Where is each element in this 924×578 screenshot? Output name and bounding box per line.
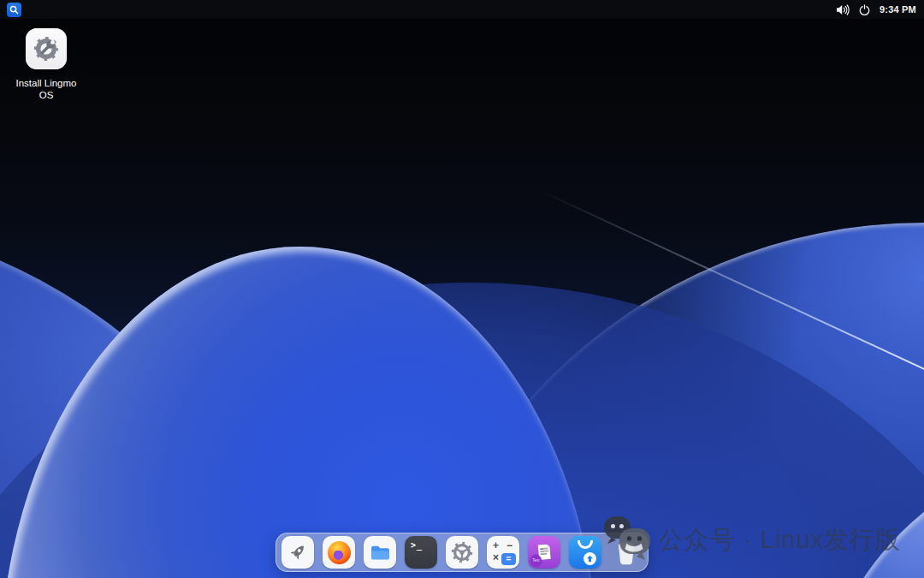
- system-tray: 9:34 PM: [836, 4, 924, 15]
- dock-item-firefox[interactable]: [323, 536, 355, 569]
- desktop-icon-label: Install Lingmo OS: [16, 77, 77, 102]
- clock[interactable]: 9:34 PM: [880, 4, 916, 15]
- volume-icon[interactable]: [836, 4, 850, 15]
- magnifier-glyph: [9, 5, 19, 15]
- update-arrow-icon: [583, 552, 596, 565]
- desktop-icon-install-lingmo-os[interactable]: Install Lingmo OS: [0, 28, 92, 102]
- dock-item-launcher[interactable]: [281, 536, 314, 569]
- launcher-search-icon[interactable]: [7, 3, 21, 17]
- dock-item-terminal[interactable]: >_: [405, 536, 437, 569]
- dock-item-settings[interactable]: [446, 536, 478, 569]
- dock-item-calculator[interactable]: + − × =: [487, 536, 519, 569]
- text-badge: Text: [530, 555, 542, 566]
- calculator-equals-key: =: [501, 553, 516, 565]
- gear-icon: [450, 540, 474, 564]
- trash-icon: [612, 537, 641, 568]
- gear-wrench-icon: [26, 28, 67, 69]
- firefox-icon: [328, 541, 351, 564]
- dock-item-app-store[interactable]: [569, 536, 601, 569]
- terminal-icon: >_: [411, 540, 423, 550]
- folder-icon: [369, 541, 392, 564]
- calculator-icon: +: [493, 540, 499, 551]
- dock: >_ + − × =: [275, 533, 649, 572]
- dock-item-trash[interactable]: [610, 536, 643, 569]
- desktop: 9:34 PM Install Lingmo OS: [0, 0, 924, 578]
- rocket-icon: [287, 541, 309, 563]
- shopping-bag-update-icon: [578, 540, 593, 549]
- power-icon[interactable]: [859, 4, 870, 15]
- top-panel: 9:34 PM: [0, 0, 924, 19]
- dock-item-text-editor[interactable]: Text: [528, 536, 560, 569]
- dock-item-files[interactable]: [364, 536, 396, 569]
